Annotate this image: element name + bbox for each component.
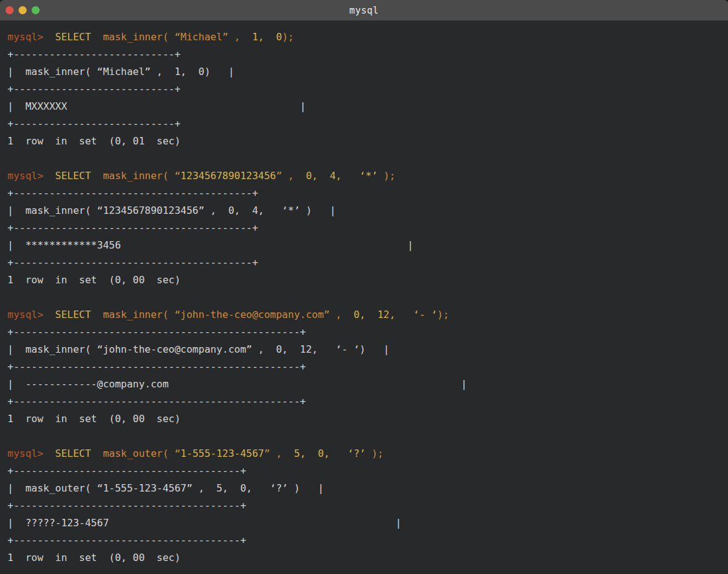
status-line: 1 row in set (0, 01 sec) [7, 133, 722, 150]
query-token: ); [282, 31, 294, 43]
traffic-lights [6, 0, 40, 20]
terminal-line: +--------------------------------------+ [7, 462, 722, 480]
terminal-line [7, 289, 722, 306]
query-token: mask_inner( “ [103, 170, 180, 182]
query-token: ‘- ‘ [413, 309, 437, 320]
terminal-line: +---------------------------------------… [7, 358, 722, 376]
terminal-line: | mask_inner( “Michael” , 1, 0) | [7, 63, 722, 81]
query-token: SELECT [55, 448, 91, 459]
query-token: 1, 0 [240, 31, 282, 43]
terminal-line: +---------------------------+ [7, 46, 722, 63]
terminal-line: | mask_inner( “john-the-ceo@company.com”… [7, 341, 722, 358]
query-line: mysql> SELECT mask_outer( “1-555-123-456… [7, 445, 722, 462]
minimize-button[interactable] [19, 6, 27, 14]
window-title: mysql [0, 5, 728, 16]
query-token [43, 170, 55, 182]
terminal-line: | ?????-123-4567 | [7, 514, 722, 532]
terminal-line: | MXXXXXX | [7, 98, 722, 115]
query-token [341, 170, 359, 182]
status-line: 1 row in set (0, 00 sec) [7, 410, 722, 428]
query-token: 1234567890123456 [180, 170, 276, 182]
query-token [395, 309, 413, 320]
query-token: ‘?’ [348, 448, 366, 459]
query-token [91, 31, 103, 43]
terminal-line: | mask_inner( “1234567890123456” , 0, 4,… [7, 202, 722, 219]
terminal-line: | ------------@company.com | [7, 376, 722, 393]
query-token: mask_outer( “ [103, 448, 180, 459]
query-line: mysql> SELECT mask_inner( “john-the-ceo@… [7, 306, 722, 324]
query-token [43, 31, 55, 43]
terminal-line: | mask_outer( “1-555-123-4567” , 5, 0, ‘… [7, 480, 722, 497]
terminal-line: +---------------------------------------… [7, 324, 722, 341]
terminal-line: +--------------------------------------+ [7, 532, 722, 549]
query-token: ); [366, 448, 384, 459]
query-token: ); [377, 170, 395, 182]
query-token: mysql> [7, 170, 43, 182]
terminal-window: mysql mysql> SELECT mask_inner( “Michael… [0, 0, 728, 574]
query-token: SELECT [55, 170, 91, 182]
close-button[interactable] [6, 6, 14, 14]
query-token: mask_inner( “Michael” , [103, 31, 240, 43]
query-token [43, 448, 55, 459]
terminal-line: +---------------------------------------… [7, 185, 722, 202]
window-titlebar[interactable]: mysql [0, 0, 728, 20]
query-token [330, 448, 348, 459]
query-token: ” , [276, 170, 294, 182]
query-token: 1-555-123-4567 [180, 448, 264, 459]
terminal-line: +---------------------------------------… [7, 393, 722, 410]
query-token: ‘*’ [359, 170, 377, 182]
terminal-line: +---------------------------------------… [7, 219, 722, 237]
status-line: 1 row in set (0, 00 sec) [7, 549, 722, 567]
query-token: 5, 0, [282, 448, 330, 459]
terminal-line [7, 150, 722, 167]
query-line: mysql> SELECT mask_inner( “1234567890123… [7, 167, 722, 185]
terminal-line: | ************3456 | [7, 237, 722, 254]
query-line: mysql> SELECT mask_inner( “Michael” , 1,… [7, 29, 722, 46]
terminal-line [7, 567, 722, 574]
query-token: 0, 4, [294, 170, 341, 182]
terminal-line: +---------------------------+ [7, 115, 722, 133]
query-token: SELECT [55, 309, 91, 320]
query-token: mysql> [7, 31, 43, 43]
query-token: ); [437, 309, 449, 320]
query-token [91, 309, 103, 320]
terminal-line: +---------------------------+ [7, 81, 722, 98]
query-token: ” , [264, 448, 282, 459]
query-token: mysql> [7, 448, 43, 459]
query-token: mask_inner( “john-the-ceo@company.com” , [103, 309, 341, 320]
terminal-line: +--------------------------------------+ [7, 497, 722, 514]
terminal-line: +---------------------------------------… [7, 254, 722, 272]
terminal-line [7, 428, 722, 445]
query-token [43, 309, 55, 320]
query-token: 0, 12, [341, 309, 395, 320]
query-token: SELECT [55, 31, 91, 43]
terminal-output[interactable]: mysql> SELECT mask_inner( “Michael” , 1,… [0, 20, 728, 574]
query-token [91, 448, 103, 459]
query-token: mysql> [7, 309, 43, 320]
status-line: 1 row in set (0, 00 sec) [7, 272, 722, 289]
query-token [91, 170, 103, 182]
maximize-button[interactable] [32, 6, 40, 14]
